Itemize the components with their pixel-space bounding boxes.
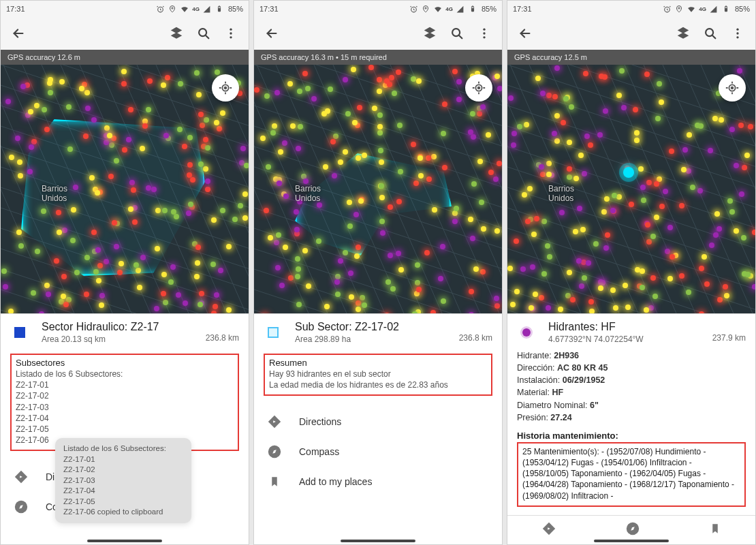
- search-button[interactable]: [190, 20, 217, 47]
- action-directions[interactable]: Directions: [254, 407, 502, 437]
- hydrant-attrs: Hidrante: 2H936Dirección: AC 80 KR 45Ins…: [507, 347, 755, 431]
- svg-rect-53: [472, 5, 473, 6]
- layers-button[interactable]: [670, 20, 697, 47]
- battery-pct: 85%: [735, 5, 750, 13]
- map-canvas[interactable]: Barrios Unidos: [507, 65, 755, 313]
- svg-point-57: [483, 32, 485, 34]
- layers-button[interactable]: [416, 20, 443, 47]
- signal-icon: [709, 4, 719, 14]
- svg-rect-52: [471, 6, 474, 12]
- signal-label: 4G: [699, 6, 706, 12]
- action-compass[interactable]: Compass: [254, 437, 502, 467]
- compass-icon: [10, 496, 32, 518]
- diamond-arrow-icon[interactable]: [541, 521, 556, 536]
- map-label: Barrios Unidos: [548, 184, 574, 203]
- status-bar: 17:31 4G 85%: [254, 1, 502, 17]
- subsectors-box: Subsectores Listado de los 6 Subsectores…: [10, 354, 239, 451]
- hydrant-icon: [522, 328, 531, 337]
- svg-point-101: [678, 7, 680, 8]
- alarm-icon: [662, 4, 672, 14]
- signal-label: 4G: [445, 6, 453, 12]
- resumen-box: Resumen Hay 93 hidrantes en el sub secto…: [264, 354, 492, 396]
- svg-point-6: [230, 29, 232, 31]
- svg-point-58: [483, 36, 485, 38]
- toolbar: [507, 17, 755, 50]
- gps-accuracy: GPS accuracy 16.3 m • 15 m required: [254, 50, 502, 65]
- svg-point-8: [230, 36, 232, 38]
- signal-icon: [456, 4, 465, 14]
- card-title: Sub Sector: Z2-17-02: [295, 321, 459, 333]
- bottom-bar: [507, 515, 755, 542]
- search-button[interactable]: [443, 20, 471, 47]
- gesture-pill: [594, 540, 669, 542]
- svg-rect-102: [725, 6, 727, 12]
- svg-rect-54: [472, 7, 474, 8]
- screen-1: 17:31 4G 85% GPS accuracy 12.6 mBarrios …: [0, 0, 249, 545]
- svg-rect-103: [725, 5, 727, 6]
- compass-icon[interactable]: [625, 521, 640, 536]
- layers-button[interactable]: [163, 20, 190, 47]
- locate-button[interactable]: [465, 74, 492, 102]
- gps-accuracy: GPS accuracy 12.6 m: [1, 50, 249, 65]
- card-subtitle: 4.677392°N 74.072254°W: [548, 334, 712, 344]
- battery-icon: [721, 4, 731, 14]
- map-canvas[interactable]: Barrios Unidos: [254, 65, 502, 313]
- place-card[interactable]: Sub Sector: Z2-17-02 Area 298.89 ha 236.…: [254, 313, 502, 347]
- clipboard-toast: Listado de los 6 Subsectores: Z2-17-01Z2…: [55, 438, 191, 523]
- status-bar: 17:31 4G 85%: [507, 1, 755, 17]
- alarm-icon: [155, 4, 165, 14]
- map-label: Barrios Unidos: [42, 184, 67, 203]
- action-add to my places[interactable]: Add to my places: [254, 467, 502, 497]
- map-label: Barrios Unidos: [295, 184, 321, 203]
- clock: 17:31: [259, 5, 409, 13]
- locate-button[interactable]: [212, 74, 239, 102]
- subsector-icon: [268, 327, 279, 338]
- battery-icon: [468, 4, 477, 14]
- gesture-pill: [87, 540, 162, 542]
- back-button[interactable]: [5, 20, 32, 47]
- svg-rect-3: [219, 5, 220, 6]
- card-subtitle: Area 298.89 ha: [295, 334, 459, 344]
- map-points: [507, 65, 755, 313]
- wifi-icon: [433, 4, 443, 14]
- place-card[interactable]: Sector Hidraulico: Z2-17 Area 20.13 sq k…: [1, 313, 249, 347]
- card-distance: 237.9 km: [712, 333, 746, 343]
- bookmark-icon: [264, 471, 285, 493]
- battery-pct: 85%: [482, 5, 497, 13]
- bookmark-icon[interactable]: [709, 521, 721, 536]
- svg-point-51: [425, 7, 426, 8]
- location-icon: [421, 4, 430, 14]
- svg-point-98: [478, 87, 480, 89]
- locate-button[interactable]: [719, 74, 746, 102]
- location-icon: [674, 4, 684, 14]
- overflow-button[interactable]: [724, 20, 751, 47]
- svg-point-107: [736, 32, 738, 34]
- list-item: Z2-17-01: [16, 379, 234, 390]
- place-card[interactable]: Hidrantes: HF 4.677392°N 74.072254°W 237…: [507, 313, 755, 347]
- signal-label: 4G: [192, 6, 200, 12]
- location-icon: [168, 4, 177, 14]
- selected-marker: [623, 167, 634, 178]
- search-button[interactable]: [697, 20, 724, 47]
- overflow-button[interactable]: [471, 20, 498, 47]
- svg-rect-104: [725, 7, 727, 8]
- map-points: [254, 65, 502, 313]
- sector-icon: [14, 327, 25, 338]
- signal-icon: [202, 4, 212, 14]
- wifi-icon: [687, 4, 696, 14]
- toolbar: [254, 17, 502, 50]
- list-item: Z2-17-02: [16, 390, 234, 401]
- back-button[interactable]: [258, 20, 285, 47]
- wifi-icon: [180, 4, 189, 14]
- card-title: Sector Hidraulico: Z2-17: [42, 321, 206, 333]
- compass-icon: [264, 441, 285, 463]
- overflow-button[interactable]: [217, 20, 245, 47]
- screen-3: 17:31 4G 85% GPS accuracy 12.5 mBarrios …: [507, 0, 756, 545]
- status-bar: 17:31 4G 85%: [1, 1, 249, 17]
- toolbar: [1, 17, 249, 50]
- map-points: [1, 65, 249, 313]
- back-button[interactable]: [511, 20, 539, 47]
- card-subtitle: Area 20.13 sq km: [42, 334, 206, 344]
- battery-pct: 85%: [228, 5, 243, 13]
- map-canvas[interactable]: Barrios Unidos: [1, 65, 249, 313]
